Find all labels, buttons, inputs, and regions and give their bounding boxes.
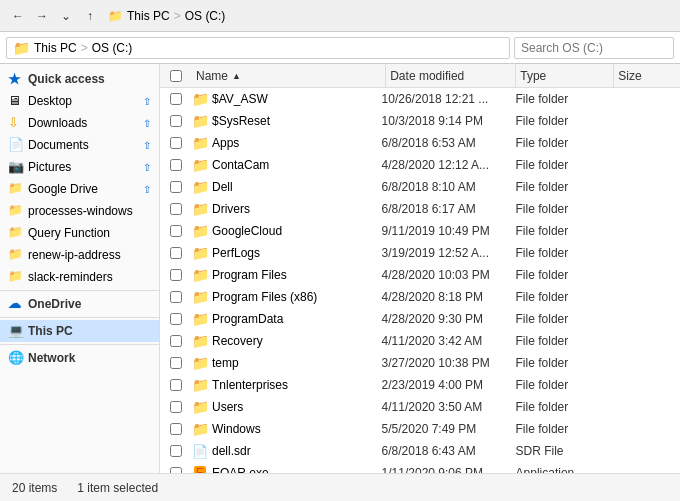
- col-header-type[interactable]: Type: [516, 64, 614, 87]
- sort-icon-name: ▲: [232, 71, 241, 81]
- sidebar-item-processes-windows[interactable]: 📁 processes-windows: [0, 200, 159, 222]
- row-checkbox-cell[interactable]: [160, 313, 192, 325]
- row-checkbox[interactable]: [170, 357, 182, 369]
- row-checkbox[interactable]: [170, 159, 182, 171]
- titlebar-controls[interactable]: ← → ⌄ ↑: [8, 6, 100, 26]
- table-row[interactable]: 📄 dell.sdr 6/8/2018 6:43 AM SDR File: [160, 440, 680, 462]
- forward-button[interactable]: →: [32, 6, 52, 26]
- table-row[interactable]: 📁 $SysReset 10/3/2018 9:14 PM File folde…: [160, 110, 680, 132]
- sidebar-item-googledrive[interactable]: 📁 Google Drive ⇧: [0, 178, 159, 200]
- exe-icon: E: [194, 466, 206, 473]
- row-checkbox-cell[interactable]: [160, 181, 192, 193]
- row-checkbox[interactable]: [170, 379, 182, 391]
- table-row[interactable]: 📁 Drivers 6/8/2018 6:17 AM File folder: [160, 198, 680, 220]
- row-checkbox[interactable]: [170, 313, 182, 325]
- row-checkbox-cell[interactable]: [160, 291, 192, 303]
- status-bar: 20 items 1 item selected: [0, 473, 680, 501]
- row-checkbox-cell[interactable]: [160, 379, 192, 391]
- select-all-check[interactable]: [160, 70, 192, 82]
- table-row[interactable]: 📁 temp 3/27/2020 10:38 PM File folder: [160, 352, 680, 374]
- folder-icon: 📁: [192, 311, 209, 327]
- row-checkbox-cell[interactable]: [160, 203, 192, 215]
- table-row[interactable]: 📁 Program Files (x86) 4/28/2020 8:18 PM …: [160, 286, 680, 308]
- table-row[interactable]: 📁 $AV_ASW 10/26/2018 12:21 ... File fold…: [160, 88, 680, 110]
- row-checkbox[interactable]: [170, 423, 182, 435]
- row-checkbox[interactable]: [170, 247, 182, 259]
- sidebar-item-renew-ip[interactable]: 📁 renew-ip-address: [0, 244, 159, 266]
- row-checkbox[interactable]: [170, 203, 182, 215]
- select-all-checkbox[interactable]: [170, 70, 182, 82]
- recent-button[interactable]: ⌄: [56, 6, 76, 26]
- file-name: Recovery: [212, 334, 263, 348]
- col-header-size[interactable]: Size: [614, 64, 680, 87]
- row-checkbox[interactable]: [170, 115, 182, 127]
- table-row[interactable]: 📁 Tnlenterprises 2/23/2019 4:00 PM File …: [160, 374, 680, 396]
- row-checkbox[interactable]: [170, 335, 182, 347]
- row-checkbox-cell[interactable]: [160, 225, 192, 237]
- table-row[interactable]: 📁 ProgramData 4/28/2020 9:30 PM File fol…: [160, 308, 680, 330]
- table-row[interactable]: 📁 GoogleCloud 9/11/2019 10:49 PM File fo…: [160, 220, 680, 242]
- row-checkbox[interactable]: [170, 401, 182, 413]
- table-row[interactable]: E EOAR.exe 1/11/2020 9:06 PM Application: [160, 462, 680, 473]
- row-checkbox[interactable]: [170, 445, 182, 457]
- row-checkbox-cell[interactable]: [160, 467, 192, 473]
- file-type-icon: 📄: [192, 443, 208, 459]
- sidebar-item-network[interactable]: 🌐 Network: [0, 347, 159, 369]
- row-checkbox-cell[interactable]: [160, 423, 192, 435]
- table-row[interactable]: 📁 Apps 6/8/2018 6:53 AM File folder: [160, 132, 680, 154]
- up-button[interactable]: ↑: [80, 6, 100, 26]
- file-date-cell: 6/8/2018 8:10 AM: [378, 180, 512, 194]
- search-input[interactable]: [514, 37, 674, 59]
- file-name-cell: E EOAR.exe: [192, 465, 378, 473]
- file-type-icon: 📁: [192, 135, 208, 151]
- sidebar-item-query-function[interactable]: 📁 Query Function: [0, 222, 159, 244]
- row-checkbox-cell[interactable]: [160, 115, 192, 127]
- sidebar-item-desktop[interactable]: 🖥 Desktop ⇧: [0, 90, 159, 112]
- table-row[interactable]: 📁 Program Files 4/28/2020 10:03 PM File …: [160, 264, 680, 286]
- sidebar-item-pictures[interactable]: 📷 Pictures ⇧: [0, 156, 159, 178]
- row-checkbox-cell[interactable]: [160, 137, 192, 149]
- folder-icon: 📁: [192, 399, 209, 415]
- row-checkbox[interactable]: [170, 137, 182, 149]
- row-checkbox-cell[interactable]: [160, 159, 192, 171]
- sidebar-quickaccess-header[interactable]: ★ Quick access: [0, 68, 159, 90]
- back-button[interactable]: ←: [8, 6, 28, 26]
- row-checkbox[interactable]: [170, 225, 182, 237]
- row-checkbox[interactable]: [170, 467, 182, 473]
- row-checkbox[interactable]: [170, 291, 182, 303]
- row-checkbox-cell[interactable]: [160, 445, 192, 457]
- quickaccess-icon: ★: [8, 71, 24, 87]
- row-checkbox[interactable]: [170, 93, 182, 105]
- file-name: Dell: [212, 180, 233, 194]
- sidebar-item-downloads[interactable]: ⇩ Downloads ⇧: [0, 112, 159, 134]
- file-name: temp: [212, 356, 239, 370]
- sidebar-item-thispc[interactable]: 💻 This PC: [0, 320, 159, 342]
- table-row[interactable]: 📁 PerfLogs 3/19/2019 12:52 A... File fol…: [160, 242, 680, 264]
- query-folder-icon: 📁: [8, 225, 24, 241]
- file-type-cell: File folder: [512, 202, 613, 216]
- sidebar-item-documents[interactable]: 📄 Documents ⇧: [0, 134, 159, 156]
- row-checkbox[interactable]: [170, 269, 182, 281]
- breadcrumb: 📁 This PC > OS (C:): [108, 9, 225, 23]
- address-path[interactable]: 📁 This PC > OS (C:): [6, 37, 510, 59]
- row-checkbox[interactable]: [170, 181, 182, 193]
- sidebar-item-slack-reminders[interactable]: 📁 slack-reminders: [0, 266, 159, 288]
- sidebar-item-onedrive[interactable]: ☁ OneDrive: [0, 293, 159, 315]
- table-row[interactable]: 📁 ContaCam 4/28/2020 12:12 A... File fol…: [160, 154, 680, 176]
- file-date-cell: 4/28/2020 8:18 PM: [378, 290, 512, 304]
- col-header-name[interactable]: Name ▲: [192, 64, 386, 87]
- file-date-cell: 9/11/2019 10:49 PM: [378, 224, 512, 238]
- col-header-date[interactable]: Date modified: [386, 64, 516, 87]
- table-row[interactable]: 📁 Users 4/11/2020 3:50 AM File folder: [160, 396, 680, 418]
- row-checkbox-cell[interactable]: [160, 401, 192, 413]
- table-row[interactable]: 📁 Windows 5/5/2020 7:49 PM File folder: [160, 418, 680, 440]
- file-type-cell: Application: [512, 466, 613, 473]
- row-checkbox-cell[interactable]: [160, 269, 192, 281]
- row-checkbox-cell[interactable]: [160, 247, 192, 259]
- row-checkbox-cell[interactable]: [160, 93, 192, 105]
- row-checkbox-cell[interactable]: [160, 335, 192, 347]
- table-row[interactable]: 📁 Dell 6/8/2018 8:10 AM File folder: [160, 176, 680, 198]
- documents-icon: 📄: [8, 137, 24, 153]
- table-row[interactable]: 📁 Recovery 4/11/2020 3:42 AM File folder: [160, 330, 680, 352]
- row-checkbox-cell[interactable]: [160, 357, 192, 369]
